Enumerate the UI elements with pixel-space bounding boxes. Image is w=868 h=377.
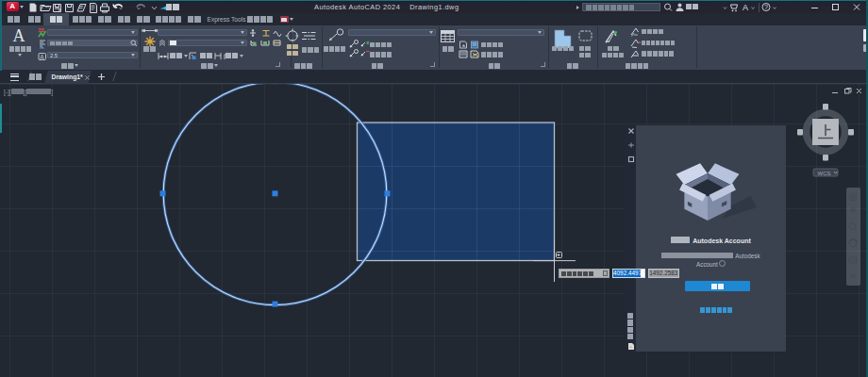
svg-text:?: ? xyxy=(764,3,768,11)
svg-text:A: A xyxy=(40,54,44,60)
svg-text:A: A xyxy=(743,3,748,12)
svg-text:WCS: WCS xyxy=(818,171,831,176)
